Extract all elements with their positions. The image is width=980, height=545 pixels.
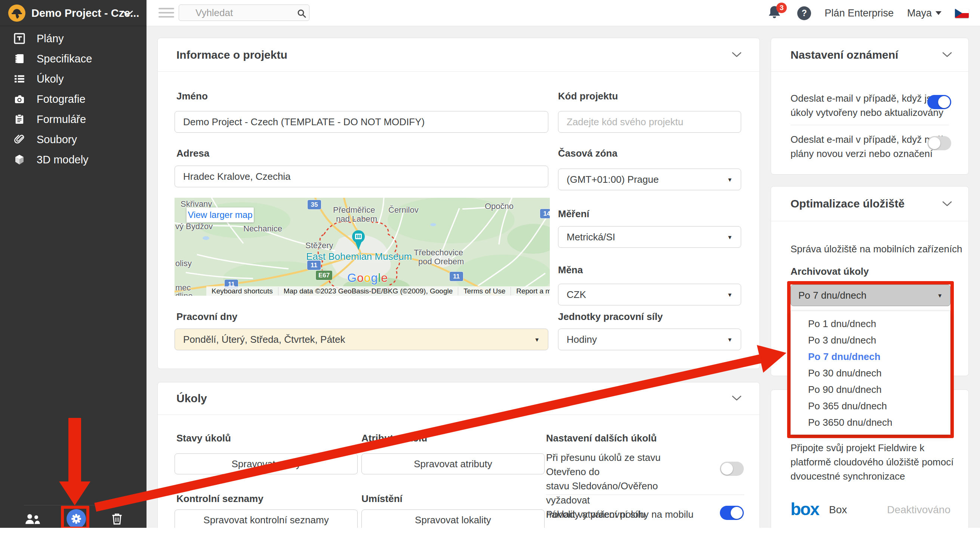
chevron-down-icon [935,11,942,15]
option-po-7-dnu[interactable]: Po 7 dnu/dnech [791,348,950,365]
trash-icon[interactable] [111,513,123,525]
terms-of-use-link[interactable]: Terms of Use [458,287,511,295]
keyboard-shortcuts-link[interactable]: Keyboard shortcuts [206,287,278,295]
notification-settings-card: Nastavení oznámení Odeslat e-mail v příp… [771,38,969,175]
checklists-label: Kontrolní seznamy [177,493,264,505]
sidebar-item-3d-models[interactable]: 3D modely [0,150,146,170]
gear-icon [71,513,81,524]
view-larger-map-button[interactable]: View larger map [186,207,254,222]
map-town-label: olisy [175,259,192,268]
map-data-text: Map data ©2023 GeoBasis-DE/BKG (©2009), … [278,287,458,295]
option-po-1-dnu[interactable]: Po 1 dnu/dnech [791,316,950,332]
box-name: Box [829,503,847,517]
box-status: Deaktivováno [887,503,950,517]
currency-select[interactable]: CZK▼ [558,284,741,305]
option-po-365-dnu[interactable]: Po 365 dnu/dnech [791,398,950,414]
measurement-label: Měření [558,208,589,220]
manage-attributes-button[interactable]: Spravovat atributy [361,453,544,474]
map-town-label: Předměřice [333,205,375,215]
project-settings-button[interactable] [67,509,86,528]
archive-tasks-select[interactable]: Po 7 dnu/dnech▼ [791,284,950,306]
camera-icon [13,94,25,104]
email-on-tasks-toggle[interactable] [927,95,951,109]
map-town-label: pod Orebem [418,257,464,266]
google-logo[interactable]: Google [347,271,388,285]
timezone-select[interactable]: (GMT+01:00) Prague▼ [558,169,741,190]
code-label: Kód projektu [558,91,618,102]
currency-label: Měna [558,264,583,276]
collapse-chevron-icon[interactable] [732,52,741,57]
divider [158,414,759,415]
workdays-label: Pracovní dny [177,311,237,323]
option-po-3650-dnu[interactable]: Po 3650 dnu/dnech [791,414,950,430]
card-title: Úkoly [177,382,207,414]
sidebar-item-plans[interactable]: Plány [0,29,146,49]
hamburger-menu-icon[interactable] [159,8,174,18]
collapse-chevron-icon[interactable] [942,52,952,57]
name-label: Jméno [177,91,208,102]
map-town-label: Třebechovice [414,248,463,258]
measurement-select[interactable]: Metrická/SI▼ [558,226,741,248]
labor-units-label: Jednotky pracovní síly [558,311,663,323]
address-field[interactable] [175,166,548,187]
notifications-button[interactable]: 3 [767,5,784,21]
search-icon[interactable] [297,9,307,18]
user-menu[interactable]: Maya [907,8,942,19]
cube-icon [13,154,25,165]
sidebar-item-forms[interactable]: Formuláře [0,109,146,129]
divider [771,221,969,221]
labor-units-select[interactable]: Hodiny▼ [558,328,741,350]
map-town-label: nad Labem [336,214,377,224]
report-map-error-link[interactable]: Report a map error [511,287,550,295]
caret-down-icon: ▼ [727,292,733,298]
address-label: Adresa [177,148,209,159]
divider [791,125,949,125]
list-icon [13,73,25,84]
people-icon[interactable] [24,513,41,524]
sidebar-item-files[interactable]: Soubory [0,129,146,150]
manage-locations-button[interactable]: Spravovat lokality [361,510,544,528]
user-name: Maya [907,8,932,19]
sidebar-item-specifications[interactable]: Specifikace [0,49,146,69]
task-statuses-label: Stavy úkolů [177,432,231,444]
email-on-tasks-text: Odeslat e-mail v případě, když jsou úkol… [791,91,943,120]
google-map[interactable]: Skřivany Předměřice nad Labem Černilov O… [175,198,550,296]
option-po-30-dnu[interactable]: Po 30 dnu/dnech [791,365,950,381]
fieldwire-logo-icon [8,5,25,22]
require-cost-toggle[interactable] [720,462,744,476]
workdays-select[interactable]: Pondělí, Úterý, Středa, Čtvrtek, Pátek▼ [175,328,548,350]
mobile-location-toggle[interactable] [720,506,744,520]
project-code-field[interactable] [558,111,741,133]
map-attribution-bar: Keyboard shortcuts Map data ©2023 GeoBas… [206,286,550,296]
project-name-field[interactable] [175,111,548,133]
search-input[interactable] [179,5,309,21]
manage-statuses-button[interactable]: Spravovat stavy [175,453,358,474]
sidebar-item-label: Soubory [37,134,77,146]
archive-tasks-options: Po 1 dnu/dnech Po 3 dnu/dnech Po 7 dnu/d… [791,311,950,435]
option-po-90-dnu[interactable]: Po 90 dnu/dnech [791,381,950,398]
notification-count-badge: 3 [776,3,787,13]
project-info-card: Informace o projektu Jméno Kód projektu … [158,38,760,369]
sidebar-item-label: Formuláře [37,113,86,126]
caret-down-icon: ▼ [727,336,733,343]
manage-checklists-button[interactable]: Spravovat kontrolní seznamy [175,510,358,528]
sidebar-item-label: 3D modely [37,154,89,166]
collapse-chevron-icon[interactable] [732,395,741,401]
sidebar-item-tasks[interactable]: Úkoly [0,69,146,89]
map-town-label: vý Bydžov [175,222,213,231]
card-title: Optimalizace úložiště [791,186,905,221]
language-flag-czech[interactable] [955,9,969,18]
app-window: 3 ? Plán Enterprise Maya Demo Project - … [0,0,980,528]
map-poi-label: East Bohemian Museum [306,251,412,262]
plan-enterprise-link[interactable]: Plán Enterprise [824,8,894,19]
email-on-plans-toggle[interactable] [927,136,951,150]
help-button[interactable]: ? [797,6,811,20]
option-po-3-dnu[interactable]: Po 3 dnu/dnech [791,332,950,348]
sidebar-item-label: Plány [37,32,64,45]
mobile-location-text: Povolit vytváření polohy na mobilu [546,507,695,521]
blueprint-icon [13,33,25,44]
box-logo[interactable]: box [791,500,819,518]
sidebar-item-photos[interactable]: Fotografie [0,89,146,109]
project-switcher[interactable]: Demo Project - Cze... [0,0,146,26]
collapse-chevron-icon[interactable] [942,201,952,207]
